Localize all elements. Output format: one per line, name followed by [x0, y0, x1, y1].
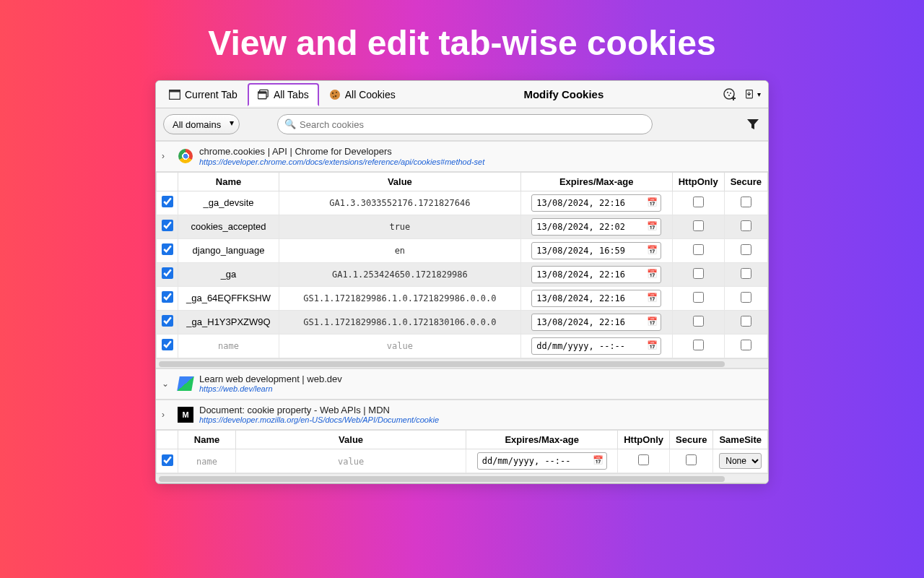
mdn-favicon-icon: M	[178, 407, 193, 423]
tab-label: All Tabs	[274, 89, 309, 100]
cookie-name[interactable]: _ga	[178, 262, 279, 286]
add-cookie-icon[interactable]	[722, 87, 738, 103]
expires-input[interactable]	[531, 242, 661, 259]
cookie-name[interactable]: django_language	[178, 238, 279, 262]
tab-all-tabs[interactable]: All Tabs	[248, 83, 319, 106]
filter-bar: All domains 🔍	[156, 108, 768, 141]
samesite-select[interactable]: None	[719, 453, 762, 469]
httponly-checkbox[interactable]	[693, 244, 704, 255]
table-row: _ga_64EQFFKSHWGS1.1.1721829986.1.0.17218…	[157, 286, 768, 310]
cookie-value[interactable]: GS1.1.1721829986.1.0.1721830106.0.0.0	[303, 317, 496, 327]
expires-input[interactable]	[531, 314, 661, 331]
svg-point-9	[333, 96, 334, 98]
secure-checkbox[interactable]	[741, 340, 751, 350]
new-cookie-row: name value 📅 None	[157, 449, 768, 473]
cookie-value[interactable]: en	[395, 246, 405, 256]
tab-all-cookies[interactable]: All Cookies	[321, 85, 404, 105]
section-title: Document: cookie property - Web APIs | M…	[199, 405, 439, 416]
row-checkbox[interactable]	[162, 196, 173, 207]
tabbar: Current Tab All Tabs All Cookies Modify …	[156, 81, 768, 108]
cookie-name[interactable]: _ga_H1Y3PXZW9Q	[178, 310, 279, 334]
secure-checkbox[interactable]	[741, 316, 751, 327]
table-row: cookies_acceptedtrue📅	[157, 215, 768, 238]
cookie-name[interactable]: _ga_devsite	[178, 191, 279, 215]
row-checkbox[interactable]	[162, 243, 173, 255]
section-header-webdev[interactable]: ⌄ Learn web development | web.dev https:…	[156, 368, 768, 400]
row-checkbox[interactable]	[162, 220, 173, 231]
col-httponly: HttpOnly	[672, 172, 724, 191]
section-url: https://web.dev/learn	[199, 384, 342, 394]
httponly-checkbox[interactable]	[693, 268, 704, 279]
webdev-favicon-icon	[178, 376, 193, 392]
httponly-checkbox[interactable]	[693, 340, 704, 350]
svg-point-11	[727, 92, 728, 93]
window-icon	[169, 89, 180, 100]
section-title: chrome.cookies | API | Chrome for Develo…	[199, 146, 484, 158]
row-checkbox[interactable]	[162, 315, 173, 327]
tab-current-tab[interactable]: Current Tab	[160, 85, 246, 105]
secure-checkbox[interactable]	[741, 244, 751, 255]
name-placeholder[interactable]: name	[218, 341, 239, 351]
cookie-value[interactable]: GA1.1.253424650.1721829986	[332, 269, 468, 280]
section-header-chrome[interactable]: › chrome.cookies | API | Chrome for Deve…	[156, 141, 768, 172]
cookie-name[interactable]: cookies_accepted	[178, 215, 279, 238]
expires-input[interactable]	[531, 290, 661, 307]
tab-label: All Cookies	[345, 89, 396, 100]
cookie-value[interactable]: GS1.1.1721829986.1.0.1721829986.0.0.0	[303, 293, 496, 303]
col-secure: Secure	[670, 431, 713, 449]
col-value: Value	[236, 431, 466, 449]
horizontal-scrollbar[interactable]	[156, 358, 768, 368]
col-httponly: HttpOnly	[618, 431, 670, 449]
horizontal-scrollbar[interactable]	[156, 473, 768, 483]
filter-icon[interactable]	[745, 116, 761, 132]
col-samesite: SameSite	[713, 431, 768, 449]
secure-checkbox[interactable]	[741, 197, 751, 207]
section-title: Learn web development | web.dev	[199, 374, 342, 385]
panel-title: Modify Cookies	[406, 88, 722, 100]
new-cookie-row: namevalue📅	[157, 334, 768, 358]
svg-point-7	[336, 92, 337, 93]
svg-point-13	[728, 95, 730, 96]
row-checkbox[interactable]	[162, 267, 173, 279]
expires-input[interactable]	[531, 266, 661, 283]
cookie-icon	[329, 89, 341, 100]
row-checkbox[interactable]	[162, 339, 173, 350]
cookie-value[interactable]: true	[389, 222, 410, 232]
domain-select[interactable]: All domains	[163, 114, 240, 134]
row-checkbox[interactable]	[162, 454, 173, 466]
search-input[interactable]	[277, 114, 653, 134]
svg-point-10	[724, 89, 734, 99]
httponly-checkbox[interactable]	[638, 454, 649, 465]
tab-label: Current Tab	[185, 89, 237, 100]
secure-checkbox[interactable]	[741, 220, 751, 231]
expires-input[interactable]	[531, 337, 661, 355]
secure-checkbox[interactable]	[741, 268, 751, 279]
row-checkbox[interactable]	[162, 291, 173, 303]
name-placeholder[interactable]: name	[196, 457, 217, 467]
col-expires: Expires/Max-age	[466, 431, 618, 449]
svg-point-6	[331, 92, 333, 93]
httponly-checkbox[interactable]	[693, 292, 704, 303]
secure-checkbox[interactable]	[741, 292, 751, 303]
httponly-checkbox[interactable]	[693, 316, 704, 327]
value-placeholder[interactable]: value	[387, 341, 413, 351]
expires-input[interactable]	[477, 452, 607, 470]
cookie-table-mdn: Name Value Expires/Max-age HttpOnly Secu…	[156, 430, 768, 473]
expires-input[interactable]	[531, 218, 661, 236]
col-expires: Expires/Max-age	[520, 172, 672, 191]
secure-checkbox[interactable]	[686, 454, 697, 465]
export-menu-icon[interactable]: ▾	[745, 87, 761, 103]
cookie-name[interactable]: _ga_64EQFFKSHW	[178, 286, 279, 310]
stacked-windows-icon	[258, 89, 269, 100]
search-icon: 🔍	[284, 118, 296, 129]
section-header-mdn[interactable]: › M Document: cookie property - Web APIs…	[156, 400, 768, 431]
httponly-checkbox[interactable]	[693, 220, 704, 231]
value-placeholder[interactable]: value	[338, 457, 364, 467]
cookie-value[interactable]: GA1.3.3033552176.1721827646	[329, 198, 470, 208]
col-value: Value	[279, 172, 521, 191]
svg-point-12	[730, 92, 731, 94]
expires-input[interactable]	[531, 194, 661, 212]
httponly-checkbox[interactable]	[693, 197, 704, 207]
chevron-right-icon: ›	[162, 151, 172, 161]
col-secure: Secure	[724, 172, 767, 191]
